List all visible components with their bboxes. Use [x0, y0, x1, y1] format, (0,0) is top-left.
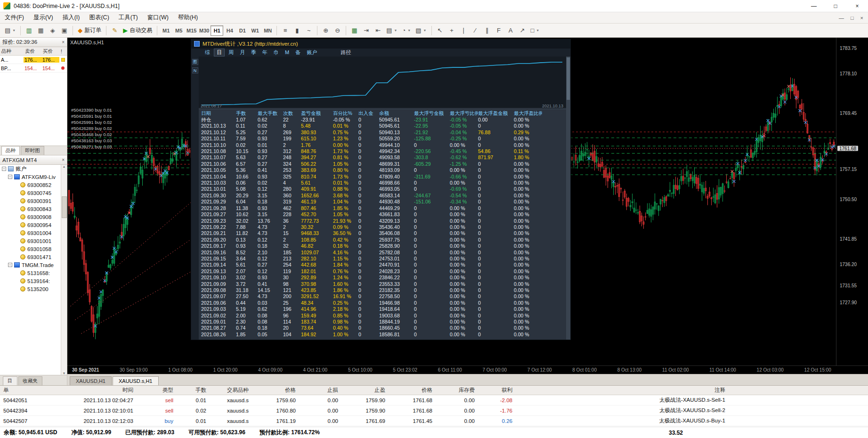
tree-item-account[interactable]: 69300908 — [0, 213, 67, 221]
mtd-tab-综[interactable]: 综 — [203, 49, 212, 56]
navigator-scrollbar[interactable]: ▲ ▼ — [61, 165, 67, 375]
tree-item-account[interactable]: 69300954 — [0, 221, 67, 229]
stats-col-header-1[interactable]: 手数 — [236, 110, 258, 117]
tree-item-account[interactable]: 69301471 — [0, 253, 67, 261]
autotrading-button[interactable]: ▶自动交易 — [121, 25, 154, 36]
mtdriver-scrollbar-thumb[interactable] — [567, 57, 570, 100]
stats-row[interactable]: 2021.10.125.250.27269380.930.75 %050940.… — [201, 130, 566, 136]
timeframe-m15-button[interactable]: M15 — [185, 25, 198, 36]
stats-col-header-5[interactable]: 百分比% — [333, 110, 358, 117]
navigator-tab-0[interactable]: 目 — [3, 376, 17, 385]
data-window-button[interactable]: ▦ — [35, 25, 47, 36]
vertical-line-button[interactable]: ∣ — [458, 25, 470, 36]
cursor-button[interactable]: ↖ — [434, 25, 446, 36]
tree-item-account[interactable]: 69301001 — [0, 237, 67, 245]
periods-dropdown[interactable]: ◔▼ — [399, 25, 413, 36]
mtd-tab-年[interactable]: 年 — [260, 49, 270, 56]
menu-item-5[interactable]: 窗口(W) — [143, 12, 173, 23]
stats-row[interactable]: 2021.09.2332.0213.76367772.7321.93 %0432… — [201, 218, 566, 224]
navigator-tab-1[interactable]: 收藏夹 — [18, 376, 43, 385]
stats-row[interactable]: 2021.09.035.190.62196414.962.18 %019418.… — [201, 306, 566, 312]
stats-row[interactable]: 2021.09.093.720.4198370.981.60 %023553.3… — [201, 281, 566, 287]
stats-row[interactable]: 2021.10.130.110.0285.480.01 %050945.61-2… — [201, 123, 566, 129]
stats-col-header-7[interactable]: 余额 — [379, 110, 414, 117]
mtd-tab-周[interactable]: 周 — [226, 49, 236, 56]
menu-item-6[interactable]: 帮助(H) — [173, 12, 203, 23]
tree-item-accounts[interactable]: −账户 — [0, 165, 67, 173]
stats-row[interactable]: 2021.09.200.130.122108.850.42 %025937.75… — [201, 237, 566, 243]
stats-col-header-11[interactable]: 最大浮盈比例 — [514, 110, 542, 117]
terminal-button[interactable]: ▣ — [58, 25, 70, 36]
mw-col-header-0[interactable]: 品种 — [0, 48, 24, 55]
timeframe-w1-button[interactable]: W1 — [249, 25, 261, 36]
terminal-col-header-10[interactable]: 获利 — [478, 387, 516, 394]
stats-row[interactable]: 2021.10.075.630.27248394.270.81 %049093.… — [201, 154, 566, 161]
chart-shift-button[interactable]: ⇤ — [372, 25, 384, 36]
window-minimize-button[interactable]: — — [803, 0, 825, 12]
terminal-col-header-6[interactable]: 止损 — [299, 387, 341, 394]
fibonacci-button[interactable]: F — [493, 25, 505, 36]
order-row[interactable]: 504425072021.10.13 02:12:03buy0.01xauusd… — [0, 416, 868, 426]
stats-col-header-3[interactable]: 次数 — [283, 110, 301, 117]
templates-dropdown[interactable]: ▧▼ — [413, 25, 429, 36]
stats-col-header-6[interactable]: 出入金 — [358, 110, 379, 117]
tree-item-server-1[interactable]: −TMGM.Trade — [0, 261, 67, 269]
stats-row[interactable]: 2021.10.0410.660.93325810.741.73 %047809… — [201, 174, 566, 180]
terminal-col-header-3[interactable]: 手数 — [177, 387, 210, 394]
stats-row[interactable]: 2021.09.153.640.12213282.101.15 %024753.… — [201, 256, 566, 262]
price-scale[interactable]: 1783.751778.101769.451757.151750.501741.… — [836, 38, 868, 365]
stats-row[interactable]: 2021.09.170.930.183246.820.18 %025828.90… — [201, 243, 566, 249]
mtd-tab-月[interactable]: 月 — [237, 49, 247, 56]
stats-row[interactable]: 2021.08.261.850.05104184.921.00 %018586.… — [201, 332, 566, 338]
mdi-restore-button[interactable]: □ — [851, 15, 854, 21]
stats-row[interactable]: 2021.10.030.060.0245.610.01 %046998.6600… — [201, 180, 566, 186]
stats-row[interactable]: 2021.10.015.080.12280409.910.88 %046993.… — [201, 186, 566, 192]
stats-row[interactable]: 2021.09.3020.293.153601652.663.68 %04658… — [201, 193, 566, 199]
stats-row[interactable]: 2021.09.060.440.032548.340.25 %019466.98… — [201, 300, 566, 306]
stats-row[interactable]: 2021.09.012.300.08114183.740.98 %018844.… — [201, 319, 566, 325]
tree-item-account[interactable]: 69300745 — [0, 189, 67, 197]
shapes-dropdown[interactable]: □▼ — [528, 25, 542, 36]
timeframe-m1-button[interactable]: M1 — [160, 25, 172, 36]
terminal-col-header-0[interactable]: 单 — [0, 387, 42, 394]
navigator-button[interactable]: ◈ — [47, 25, 58, 36]
menu-item-0[interactable]: 文件(F) — [0, 12, 29, 23]
tree-item-server-0[interactable]: −ATFXGM9-Liv — [0, 173, 67, 181]
stats-row[interactable]: 2021.09.145.610.27254442.681.84 %024470.… — [201, 262, 566, 268]
crosshair-button[interactable]: + — [446, 25, 458, 36]
stats-row[interactable]: 2021.10.100.020.0121.760.00 %049944.1000… — [201, 142, 566, 148]
stats-row[interactable]: 2021.09.296.040.18319461.191.04 %044930.… — [201, 199, 566, 205]
terminal-col-header-5[interactable]: 价格 — [252, 387, 299, 394]
window-maximize-button[interactable]: □ — [825, 0, 846, 12]
market-watch-row[interactable]: BP...154...154... — [0, 64, 67, 73]
timeframe-m5-button[interactable]: M5 — [172, 25, 185, 36]
new-order-button[interactable]: ◆新订单 — [75, 25, 104, 36]
navigator-close-icon[interactable]: × — [62, 157, 65, 162]
metaeditor-button[interactable]: ✎ — [109, 25, 121, 36]
stats-row[interactable]: 2021.09.168.522.101851029.074.16 %025782… — [201, 250, 566, 256]
mtdriver-title-bar[interactable]: MTDriver统计 ,V3.12 (http://mtdriver.cn) — [191, 39, 570, 49]
stats-row[interactable]: 持仓1.070.6222-23.91-0.05 %050945.61-23.91… — [201, 117, 566, 123]
mtd-tab-巾[interactable]: 巾 — [271, 49, 281, 56]
mtd-tab-M[interactable]: M — [283, 49, 292, 56]
chart-tab-1[interactable]: XAUUSD.s,H1 — [113, 376, 159, 385]
chart-area[interactable]: XAUUSD.s,H1 #50423390 buy 0.01#50425591 … — [67, 38, 836, 365]
terminal-col-header-9[interactable]: 库存费 — [436, 387, 478, 394]
auto-scroll-button[interactable]: ⇥ — [360, 25, 372, 36]
mtdriver-window[interactable]: MTDriver统计 ,V3.12 (http://mtdriver.cn) 综… — [191, 39, 571, 340]
chart-tab-0[interactable]: XAUUSD,H1 — [70, 376, 112, 385]
mtdriver-scrollbar[interactable] — [566, 57, 570, 340]
tree-item-account[interactable]: 69300843 — [0, 205, 67, 213]
stats-col-header-0[interactable]: 日期 — [201, 110, 236, 117]
stats-row[interactable]: 2021.09.0727.504.732003291.5216.91 %0227… — [201, 293, 566, 300]
menu-item-1[interactable]: 显示(V) — [29, 12, 58, 23]
market-watch-tab-0[interactable]: 品种 — [1, 146, 20, 155]
market-watch-tab-1[interactable]: 即时图 — [21, 146, 44, 155]
scroll-up-arrow-icon[interactable]: ▲ — [63, 165, 66, 168]
arrows-button[interactable]: ↗ — [517, 25, 528, 36]
tree-item-account[interactable]: 69301004 — [0, 229, 67, 237]
stats-row[interactable]: 2021.09.132.070.12119182.010.76 %024028.… — [201, 268, 566, 275]
mw-col-header-1[interactable]: 卖价 — [24, 48, 41, 55]
bars-chart-button[interactable]: ≡ — [279, 25, 291, 36]
order-row[interactable]: 504420512021.10.13 02:04:27sell0.01xauus… — [0, 395, 868, 406]
